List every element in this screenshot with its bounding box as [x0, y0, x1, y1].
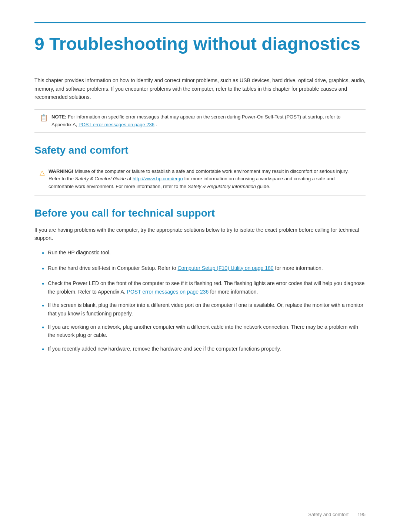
- note-text: NOTE: For information on specific error …: [51, 113, 360, 128]
- warning-box: △ WARNING! Misuse of the computer or fai…: [34, 163, 366, 195]
- chapter-title: 9 Troubleshooting without diagnostics: [34, 34, 366, 54]
- bullet-dot: •: [42, 322, 44, 333]
- bullet-dot: •: [42, 344, 44, 355]
- note-label: NOTE:: [51, 114, 66, 120]
- footer-section-label: Safety and comfort: [308, 512, 349, 517]
- warning-italic1: Safety & Comfort Guide: [75, 176, 126, 181]
- warning-text-end: guide.: [257, 184, 270, 189]
- bullet-link[interactable]: POST error messages on page 236: [127, 289, 209, 295]
- bullet-dot: •: [42, 279, 44, 290]
- warning-icon: △: [40, 168, 45, 177]
- chapter-title-text: Troubleshooting without diagnostics: [49, 34, 360, 54]
- bullet-list: • Run the HP diagnostic tool. • Run the …: [42, 248, 366, 355]
- list-item-text: Check the Power LED on the front of the …: [48, 279, 366, 296]
- warning-label: WARNING!: [49, 168, 73, 174]
- note-box: 📋 NOTE: For information on specific erro…: [34, 109, 366, 132]
- list-item-text: If you recently added new hardware, remo…: [48, 345, 281, 353]
- chapter-number: 9: [34, 34, 44, 54]
- footer-page-number: 195: [357, 512, 366, 517]
- note-period: .: [156, 122, 157, 127]
- note-icon: 📋: [40, 114, 48, 122]
- bullet-link[interactable]: Computer Setup (F10) Utility on page 180: [177, 265, 273, 271]
- warning-text-mid: at: [127, 176, 132, 181]
- note-link[interactable]: POST error messages on page 236: [79, 122, 154, 127]
- list-item-text: Run the HP diagnostic tool.: [48, 248, 110, 257]
- list-item: • Check the Power LED on the front of th…: [42, 279, 366, 296]
- list-item: • If you are working on a network, plug …: [42, 323, 366, 339]
- page-footer: Safety and comfort 195: [308, 512, 366, 517]
- warning-italic2: Safety & Regulatory Information: [188, 184, 256, 189]
- support-intro: If you are having problems with the comp…: [34, 226, 366, 242]
- warning-text: WARNING! Misuse of the computer or failu…: [49, 168, 360, 191]
- intro-paragraph: This chapter provides information on how…: [34, 76, 366, 101]
- bullet-dot: •: [42, 301, 44, 311]
- bullet-dot: •: [42, 248, 44, 259]
- list-item: • If you recently added new hardware, re…: [42, 345, 366, 355]
- bullet-dot: •: [42, 264, 44, 274]
- chapter-header: 9 Troubleshooting without diagnostics: [34, 22, 366, 54]
- list-item-text: If the screen is blank, plug the monitor…: [48, 301, 366, 318]
- list-item: • Run the HP diagnostic tool.: [42, 248, 366, 259]
- warning-link1[interactable]: http://www.hp.com/ergo: [133, 176, 183, 181]
- list-item-text: Run the hard drive self-test in Computer…: [48, 264, 323, 272]
- section2-heading: Before you call for technical support: [34, 207, 366, 219]
- section1-heading: Safety and comfort: [34, 144, 366, 156]
- list-item: • If the screen is blank, plug the monit…: [42, 301, 366, 318]
- list-item: • Run the hard drive self-test in Comput…: [42, 264, 366, 274]
- list-item-text: If you are working on a network, plug an…: [48, 323, 366, 339]
